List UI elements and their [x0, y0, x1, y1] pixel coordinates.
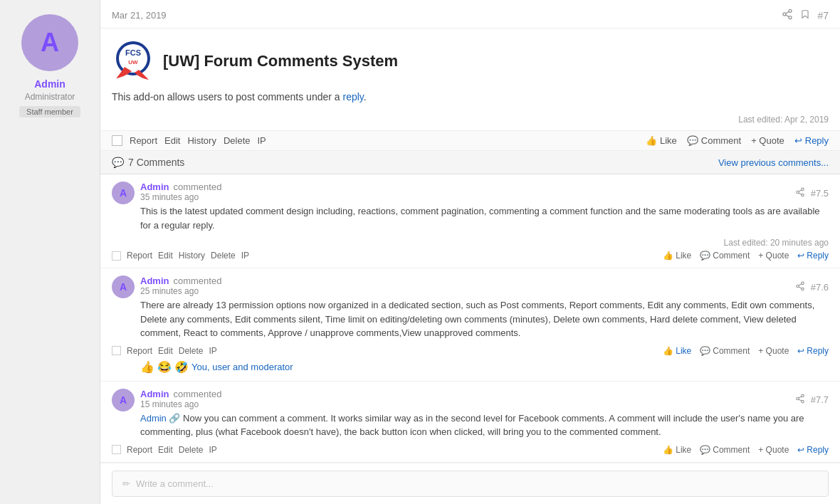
- cmt-delete-link[interactable]: Delete: [179, 445, 204, 455]
- write-comment-input[interactable]: ✏ Write a comment...: [112, 471, 829, 497]
- post-comment-button[interactable]: 💬 Comment: [687, 135, 741, 146]
- cmt-ip-link[interactable]: IP: [209, 445, 216, 455]
- post-quote-button[interactable]: + Quote: [751, 135, 784, 146]
- cmt-report-link[interactable]: Report: [127, 251, 152, 261]
- cmt-reply-button[interactable]: ↩ Reply: [797, 445, 829, 455]
- svg-line-13: [799, 189, 802, 191]
- post-content: This add-on allows users to post comment…: [112, 90, 829, 105]
- svg-line-4: [786, 11, 789, 14]
- comment-toolbar: Report Edit History Delete IP 👍 Like 💬 C…: [112, 251, 829, 261]
- comment-last-edited: Last edited: 20 minutes ago: [112, 238, 829, 248]
- cmt-like-icon: 👍: [663, 251, 673, 261]
- comment-author[interactable]: Admin: [140, 275, 169, 286]
- cmt-report-link[interactable]: Report: [127, 445, 152, 455]
- cmt-reply-icon: ↩: [797, 445, 804, 455]
- cmt-edit-link[interactable]: Edit: [158, 346, 173, 356]
- post-title-row: FCS UW [UW] Forum Comments System: [112, 40, 829, 83]
- comment-item: A Admin commented 25 minutes ago #7.6 Th…: [100, 268, 840, 382]
- comment-item: A Admin commented 15 minutes ago #7.7 Ad…: [100, 382, 840, 463]
- cmt-comment-button[interactable]: 💬 Comment: [700, 445, 750, 455]
- haha-reaction: 😂: [157, 360, 172, 374]
- cmt-comment-icon: 💬: [700, 445, 710, 455]
- post-reply-button[interactable]: ↩ Reply: [794, 135, 829, 146]
- avatar: A: [21, 14, 78, 71]
- comment-icon: 💬: [687, 135, 698, 146]
- comment-author[interactable]: Admin: [140, 182, 169, 192]
- comment-id: #7.6: [811, 282, 829, 293]
- cmt-reply-button[interactable]: ↩ Reply: [797, 251, 829, 261]
- bookmark-icon[interactable]: [800, 9, 810, 22]
- admin-mention-link[interactable]: Admin: [140, 413, 167, 424]
- comment-avatar: A: [112, 389, 135, 411]
- cmt-like-icon: 👍: [663, 346, 673, 356]
- comment-verb: commented: [173, 275, 221, 286]
- comment-text: This is the latest updated comment desig…: [140, 204, 829, 232]
- comment-checkbox[interactable]: [112, 251, 121, 261]
- post-number: #7: [817, 10, 829, 21]
- cmt-delete-link[interactable]: Delete: [211, 251, 236, 261]
- comment-bubble-icon: 💬: [112, 157, 124, 168]
- comment-meta-row: A Admin commented 35 minutes ago #7.5: [112, 182, 829, 204]
- post-like-button[interactable]: 👍 Like: [646, 135, 677, 146]
- reply-link[interactable]: reply: [343, 91, 364, 103]
- cmt-quote-button[interactable]: + Quote: [758, 346, 789, 356]
- comment-meta-info: Admin commented 35 minutes ago: [140, 182, 221, 202]
- reply-icon: ↩: [794, 135, 802, 146]
- cmt-like-icon: 👍: [663, 445, 673, 455]
- comment-share-icon[interactable]: [795, 394, 805, 406]
- cmt-reply-button[interactable]: ↩ Reply: [797, 346, 829, 356]
- cmt-history-link[interactable]: History: [179, 251, 205, 261]
- cmt-report-link[interactable]: Report: [127, 346, 152, 356]
- comment-checkbox[interactable]: [112, 346, 121, 355]
- svg-line-18: [799, 283, 802, 285]
- cmt-reply-icon: ↩: [797, 346, 804, 356]
- like-reaction: 👍: [140, 360, 154, 374]
- comment-id: #7.7: [811, 394, 829, 405]
- share-icon[interactable]: [782, 9, 793, 22]
- comment-text: There are already 13 permission options …: [140, 298, 829, 340]
- cmt-delete-link[interactable]: Delete: [179, 346, 204, 356]
- cmt-quote-button[interactable]: + Quote: [758, 251, 789, 261]
- cmt-like-button[interactable]: 👍 Like: [663, 346, 691, 356]
- comment-author[interactable]: Admin: [140, 389, 169, 399]
- svg-line-22: [799, 399, 802, 401]
- sidebar-badge: Staff member: [19, 106, 80, 117]
- svg-point-10: [796, 191, 799, 194]
- cmt-like-button[interactable]: 👍 Like: [663, 445, 691, 455]
- comment-share-icon[interactable]: [795, 281, 805, 293]
- post-date: Mar 21, 2019: [112, 10, 167, 21]
- post-toolbar-left: Report Edit History Delete IP: [112, 135, 266, 146]
- comment-toolbar: Report Edit Delete IP 👍 Like 💬 Comment +…: [112, 445, 829, 455]
- cmt-ip-link[interactable]: IP: [241, 251, 249, 261]
- post-delete-link[interactable]: Delete: [224, 135, 251, 146]
- svg-point-1: [783, 13, 786, 16]
- cmt-comment-button[interactable]: 💬 Comment: [700, 251, 750, 261]
- cmt-like-button[interactable]: 👍 Like: [663, 251, 691, 261]
- post-history-link[interactable]: History: [187, 135, 216, 146]
- comment-avatar: A: [112, 275, 135, 298]
- comment-meta-row: A Admin commented 15 minutes ago #7.7: [112, 389, 829, 411]
- comment-verb: commented: [173, 182, 221, 192]
- comment-checkbox[interactable]: [112, 445, 121, 454]
- svg-point-21: [801, 400, 804, 403]
- post-body: FCS UW [UW] Forum Comments System This a…: [100, 28, 840, 112]
- cmt-quote-button[interactable]: + Quote: [758, 445, 789, 455]
- svg-line-17: [799, 286, 802, 288]
- post-ip-link[interactable]: IP: [257, 135, 266, 146]
- reaction-users[interactable]: You, user and moderator: [191, 362, 293, 372]
- comment-share-icon[interactable]: [795, 187, 805, 199]
- fcs-logo: FCS UW: [112, 40, 154, 83]
- cmt-ip-link[interactable]: IP: [209, 346, 216, 356]
- sidebar-role: Administrator: [25, 92, 75, 102]
- view-previous-link[interactable]: View previous comments...: [718, 157, 829, 168]
- post-edit-link[interactable]: Edit: [164, 135, 180, 146]
- svg-point-2: [789, 16, 792, 19]
- post-report-link[interactable]: Report: [130, 135, 157, 146]
- sidebar-username[interactable]: Admin: [34, 78, 65, 90]
- post-checkbox[interactable]: [112, 135, 122, 146]
- comment-toolbar: Report Edit Delete IP 👍 Like 💬 Comment +…: [112, 346, 829, 356]
- comment-text: Admin 🔗 Now you can comment a comment. I…: [140, 411, 829, 439]
- cmt-comment-button[interactable]: 💬 Comment: [700, 346, 750, 356]
- cmt-edit-link[interactable]: Edit: [158, 251, 173, 261]
- cmt-edit-link[interactable]: Edit: [158, 445, 173, 455]
